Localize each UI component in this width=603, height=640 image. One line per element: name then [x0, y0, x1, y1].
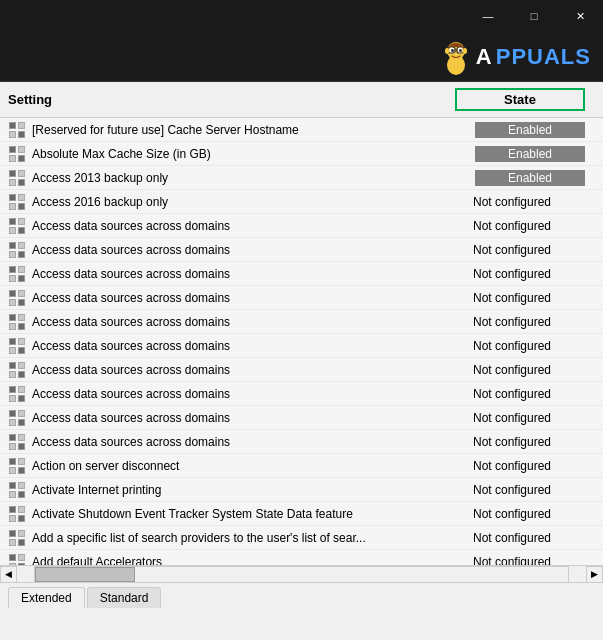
table-row[interactable]: Access 2016 backup onlyNot configured: [0, 190, 603, 214]
row-setting-label: [Reserved for future use] Cache Server H…: [32, 123, 475, 137]
policy-icon: [8, 385, 26, 403]
table-row[interactable]: Add default AcceleratorsNot configured: [0, 550, 603, 565]
table-row[interactable]: Access data sources across domainsNot co…: [0, 286, 603, 310]
policy-icon: [8, 529, 26, 547]
row-setting-label: Add a specific list of search providers …: [32, 531, 473, 545]
policy-icon: [8, 505, 26, 523]
row-setting-label: Absolute Max Cache Size (in GB): [32, 147, 475, 161]
row-setting-label: Access data sources across domains: [32, 315, 473, 329]
policy-icon: [8, 217, 26, 235]
row-state-label: Not configured: [473, 243, 603, 257]
row-state-label: Not configured: [473, 435, 603, 449]
tab-bar: ExtendedStandard: [0, 582, 603, 608]
row-state-label: Not configured: [473, 459, 603, 473]
table-row[interactable]: Access data sources across domainsNot co…: [0, 406, 603, 430]
logo-text-rest: PPUALS: [496, 44, 591, 70]
table-row[interactable]: Activate Internet printingNot configured: [0, 478, 603, 502]
appuals-logo: A PPUALS: [440, 37, 591, 77]
logo-text-a: A: [476, 44, 492, 70]
scroll-thumb[interactable]: [35, 567, 135, 582]
policy-icon: [8, 361, 26, 379]
row-setting-label: Access data sources across domains: [32, 387, 473, 401]
minimize-button[interactable]: —: [465, 0, 511, 32]
policy-icon: [8, 289, 26, 307]
policy-icon: [8, 409, 26, 427]
logo-character-icon: [440, 37, 472, 77]
row-state-label: Not configured: [473, 339, 603, 353]
row-setting-label: Access data sources across domains: [32, 219, 473, 233]
row-state-label: Not configured: [473, 483, 603, 497]
table-row[interactable]: Absolute Max Cache Size (in GB)Enabled: [0, 142, 603, 166]
table-row[interactable]: Access data sources across domainsNot co…: [0, 334, 603, 358]
scroll-track[interactable]: [34, 566, 569, 583]
table-row[interactable]: Access data sources across domainsNot co…: [0, 238, 603, 262]
row-state-label: Not configured: [473, 411, 603, 425]
row-setting-label: Action on server disconnect: [32, 459, 473, 473]
policy-icon: [8, 313, 26, 331]
tab-standard[interactable]: Standard: [87, 587, 162, 608]
row-state-label: Enabled: [475, 146, 585, 162]
table-row[interactable]: Access data sources across domainsNot co…: [0, 310, 603, 334]
main-panel: Setting State [Reserved for future use] …: [0, 82, 603, 608]
row-state-label: Not configured: [473, 363, 603, 377]
row-setting-label: Access data sources across domains: [32, 363, 473, 377]
window-controls: — □ ✕: [465, 0, 603, 32]
table-row[interactable]: Access 2013 backup onlyEnabled: [0, 166, 603, 190]
table-row[interactable]: Activate Shutdown Event Tracker System S…: [0, 502, 603, 526]
close-button[interactable]: ✕: [557, 0, 603, 32]
maximize-button[interactable]: □: [511, 0, 557, 32]
row-state-label: Not configured: [473, 195, 603, 209]
tab-extended[interactable]: Extended: [8, 587, 85, 608]
table-row[interactable]: Add a specific list of search providers …: [0, 526, 603, 550]
row-setting-label: Activate Internet printing: [32, 483, 473, 497]
policy-icon: [8, 193, 26, 211]
table-row[interactable]: Access data sources across domainsNot co…: [0, 214, 603, 238]
row-setting-label: Access data sources across domains: [32, 435, 473, 449]
table-row[interactable]: [Reserved for future use] Cache Server H…: [0, 118, 603, 142]
row-setting-label: Access 2016 backup only: [32, 195, 473, 209]
policy-icon: [8, 481, 26, 499]
svg-point-5: [459, 49, 462, 52]
svg-point-11: [445, 48, 449, 54]
row-state-label: Not configured: [473, 531, 603, 545]
row-setting-label: Access data sources across domains: [32, 411, 473, 425]
row-setting-label: Add default Accelerators: [32, 555, 473, 566]
row-state-label: Enabled: [475, 170, 585, 186]
row-state-label: Not configured: [473, 291, 603, 305]
table-row[interactable]: Access data sources across domainsNot co…: [0, 262, 603, 286]
title-bar: — □ ✕: [0, 0, 603, 32]
row-setting-label: Access 2013 backup only: [32, 171, 475, 185]
row-setting-label: Activate Shutdown Event Tracker System S…: [32, 507, 473, 521]
svg-point-4: [451, 49, 454, 52]
row-state-label: Not configured: [473, 555, 603, 566]
logo-bar: A PPUALS: [0, 32, 603, 82]
table-row[interactable]: Access data sources across domainsNot co…: [0, 382, 603, 406]
horizontal-scrollbar[interactable]: ◀ ▶: [0, 565, 603, 582]
table-row[interactable]: Action on server disconnectNot configure…: [0, 454, 603, 478]
policy-icon: [8, 337, 26, 355]
table-header: Setting State: [0, 82, 603, 118]
policy-icon: [8, 553, 26, 566]
row-setting-label: Access data sources across domains: [32, 339, 473, 353]
row-state-label: Not configured: [473, 507, 603, 521]
header-state-label: State: [455, 88, 585, 111]
svg-point-12: [463, 48, 467, 54]
policy-icon: [8, 145, 26, 163]
table-row[interactable]: Access data sources across domainsNot co…: [0, 430, 603, 454]
policy-icon: [8, 457, 26, 475]
row-setting-label: Access data sources across domains: [32, 291, 473, 305]
policy-icon: [8, 241, 26, 259]
row-state-label: Enabled: [475, 122, 585, 138]
header-setting-label: Setting: [8, 92, 455, 107]
policy-icon: [8, 433, 26, 451]
policy-icon: [8, 121, 26, 139]
row-state-label: Not configured: [473, 219, 603, 233]
scroll-left-arrow[interactable]: ◀: [0, 566, 17, 583]
policy-icon: [8, 169, 26, 187]
table-row[interactable]: Access data sources across domainsNot co…: [0, 358, 603, 382]
policy-table[interactable]: [Reserved for future use] Cache Server H…: [0, 118, 603, 565]
row-setting-label: Access data sources across domains: [32, 267, 473, 281]
row-state-label: Not configured: [473, 267, 603, 281]
policy-icon: [8, 265, 26, 283]
scroll-right-arrow[interactable]: ▶: [586, 566, 603, 583]
